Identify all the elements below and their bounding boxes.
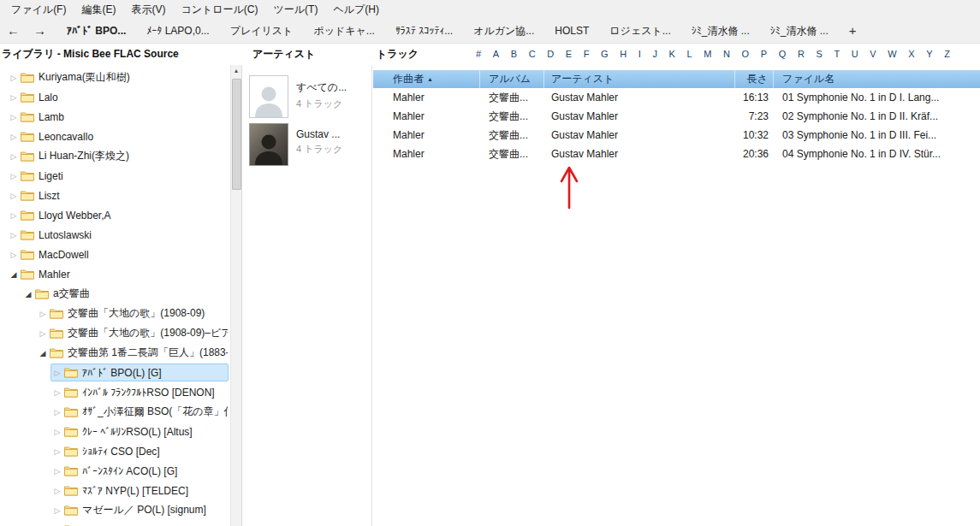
menu-item[interactable]: 編集(E) (74, 0, 123, 19)
alphabet-jump-letter[interactable]: L (687, 44, 692, 65)
tree-row-inner[interactable]: ▷ ｱﾊﾞﾄﾞ BPO(L) [G] (50, 363, 229, 381)
tree-row[interactable]: ▷ ｼｮﾙﾃｨ CSO [Dec] (0, 441, 230, 461)
tree-expander-icon[interactable]: ▷ (8, 152, 20, 161)
artist-panel-header[interactable]: アーティスト (252, 44, 315, 65)
track-row[interactable]: Mahler 交響曲... Gustav Mahler 16:13 01 Sym… (373, 88, 980, 107)
column-header-artist[interactable]: アーティスト (544, 70, 735, 88)
artist-item[interactable]: すべての... 4 トラック (242, 75, 371, 123)
tree-row-inner[interactable]: ▷ Ligeti (7, 167, 229, 185)
tab[interactable]: ｼﾐ_清水脩 ... (681, 19, 760, 43)
tree-row[interactable]: ▷ Lamb (0, 107, 230, 127)
tree-expander-icon[interactable]: ▷ (37, 329, 49, 338)
alphabet-jump-letter[interactable]: D (547, 44, 554, 65)
tree-row[interactable]: ▷ Kuriyama(栗山和樹) (0, 68, 230, 87)
tree-row[interactable]: ▷ Li Huan-Zhi(李煥之) (0, 146, 230, 166)
track-row[interactable]: Mahler 交響曲... Gustav Mahler 20:36 04 Sym… (373, 145, 980, 163)
tree-expander-icon[interactable]: ▷ (8, 172, 20, 180)
tree-expander-icon[interactable]: ▷ (51, 428, 63, 436)
tree-row[interactable]: ▷ ｲﾝﾊﾞﾙ ﾌﾗﾝｸﾌﾙﾄRSO [DENON] (0, 382, 230, 402)
back-arrow-icon[interactable]: ← (7, 19, 20, 43)
tree-expander-icon[interactable]: ◢ (8, 270, 20, 279)
tree-row-inner[interactable]: ▷ Liszt (7, 186, 229, 204)
alphabet-jump-letter[interactable]: J (652, 44, 657, 65)
tree-row-inner[interactable]: ▷ Lloyd Webber,A (7, 206, 229, 224)
tree-row-inner[interactable]: ◢ 交響曲第 1番二長調「巨人」(1883-8 (36, 344, 229, 362)
tree-row[interactable]: ▷ ｸﾚｰ ﾍﾞﾙﾘﾝRSO(L) [Altus] (0, 422, 230, 441)
tab[interactable]: ｱﾊﾞﾄﾞ BPO... (56, 19, 136, 43)
new-tab-button[interactable]: + (839, 19, 867, 43)
library-source-selector[interactable]: ライブラリ - Misic Bee FLAC Source (2, 44, 179, 65)
tree-expander-icon[interactable]: ◢ (37, 349, 49, 358)
tree-row-inner[interactable]: ▷ Kuriyama(栗山和樹) (7, 68, 229, 86)
track-panel-header[interactable]: トラック (377, 44, 419, 65)
alphabet-jump-letter[interactable]: Q (779, 44, 787, 65)
alphabet-jump-letter[interactable]: X (908, 44, 914, 65)
tree-row-inner[interactable]: ▷ マゼール／ PO(L) [signum] (50, 501, 229, 519)
tab[interactable]: ﾒｰﾀ LAPO,0... (136, 19, 219, 43)
tree-row-inner[interactable]: ▷ ｸﾚｰ ﾍﾞﾙﾘﾝRSO(L) [Altus] (50, 423, 229, 440)
tree-expander-icon[interactable]: ▷ (51, 388, 63, 397)
alphabet-jump-letter[interactable]: E (566, 44, 572, 65)
tree-row[interactable]: ▷ マゼール／ PO(L) [signum] (0, 500, 230, 520)
tree-expander-icon[interactable]: ▷ (8, 192, 20, 200)
tree-row[interactable]: ▷ Lutoslawski (0, 225, 230, 245)
tree-expander-icon[interactable]: ▷ (8, 251, 20, 259)
tree-row-inner[interactable]: ▷ 交響曲「大地の歌」(1908-09) (36, 304, 229, 322)
tree-row[interactable]: ◢ a交響曲 (0, 284, 230, 304)
tree-row[interactable]: ▷ Ligeti (0, 166, 230, 186)
tree-expander-icon[interactable]: ▷ (8, 133, 20, 141)
tree-row-inner[interactable]: ▷ ﾏｽﾞｱ NYP(L) [TELDEC] (50, 482, 229, 499)
menu-item[interactable]: ファイル(F) (3, 0, 74, 19)
alphabet-jump-letter[interactable]: O (742, 44, 750, 65)
tree-row-inner[interactable]: ▷ ｲﾝﾊﾞﾙ ﾌﾗﾝｸﾌﾙﾄRSO [DENON] (50, 383, 229, 401)
column-header-composer[interactable]: 作曲者▲ (373, 70, 480, 88)
alphabet-jump-letter[interactable]: V (870, 44, 876, 65)
tree-row-inner[interactable]: ▷ (50, 521, 229, 526)
tree-row-inner[interactable]: ▷ MacDowell (7, 245, 229, 263)
tree-expander-icon[interactable]: ▷ (51, 408, 63, 417)
alphabet-jump-letter[interactable]: U (852, 44, 858, 65)
tab[interactable]: ｼﾐ_清水脩 ... (760, 19, 839, 43)
tree-expander-icon[interactable]: ▷ (8, 113, 20, 121)
alphabet-jump-letter[interactable]: N (723, 44, 730, 65)
alphabet-jump-letter[interactable]: S (816, 44, 822, 65)
tree-row-inner[interactable]: ▷ Lutoslawski (7, 226, 229, 244)
alphabet-jump-letter[interactable]: P (761, 44, 767, 65)
tree-expander-icon[interactable]: ▷ (8, 93, 20, 102)
tree-row[interactable]: ▷ 交響曲「大地の歌」(1908-09)–ピア (0, 323, 230, 343)
alphabet-jump-letter[interactable]: I (638, 44, 641, 65)
tree-row[interactable]: ▷ Lalo (0, 87, 230, 107)
tree-row[interactable]: ▷ (0, 520, 230, 526)
tree-row[interactable]: ▷ ﾏｽﾞｱ NYP(L) [TELDEC] (0, 481, 230, 500)
tree-row[interactable]: ▷ Liszt (0, 186, 230, 205)
scrollbar-up-icon[interactable]: ▲ (231, 65, 241, 77)
tree-expander-icon[interactable]: ▷ (51, 447, 63, 456)
menu-item[interactable]: ツール(T) (266, 0, 326, 19)
tab[interactable]: プレイリスト (220, 19, 304, 43)
tree-expander-icon[interactable]: ▷ (51, 506, 63, 515)
alphabet-jump-letter[interactable]: R (798, 44, 805, 65)
tree-expander-icon[interactable]: ◢ (22, 290, 34, 298)
column-header-length[interactable]: 長さ (735, 70, 774, 88)
tree-row-inner[interactable]: ▷ ｼｮﾙﾃｨ CSO [Dec] (50, 442, 229, 460)
tree-row-inner[interactable]: ▷ Li Huan-Zhi(李煥之) (7, 147, 229, 165)
tree-row-inner[interactable]: ▷ ﾊﾞｰﾝｽﾀｲﾝ ACO(L) [G] (50, 462, 229, 480)
tree-row[interactable]: ▷ Leoncavallo (0, 127, 230, 146)
tree-row[interactable]: ▷ ｵｻﾞ_小澤征爾 BSO(「花の章」付き) (0, 402, 230, 422)
alphabet-jump-letter[interactable]: K (669, 44, 675, 65)
track-row[interactable]: Mahler 交響曲... Gustav Mahler 7:23 02 Symp… (373, 107, 980, 126)
artist-item[interactable]: Gustav ... 4 トラック (242, 123, 371, 171)
alphabet-jump-letter[interactable]: H (620, 44, 627, 65)
alphabet-jump-letter[interactable]: F (584, 44, 590, 65)
alphabet-jump-letter[interactable]: M (704, 44, 711, 65)
alphabet-jump-letter[interactable]: W (888, 44, 896, 65)
alphabet-jump-letter[interactable]: G (601, 44, 609, 65)
track-row[interactable]: Mahler 交響曲... Gustav Mahler 10:32 03 Sym… (373, 126, 980, 145)
tab[interactable]: ロジェスト... (599, 19, 680, 43)
tree-row[interactable]: ▷ MacDowell (0, 245, 230, 264)
alphabet-jump-letter[interactable]: Z (944, 44, 950, 65)
tab[interactable]: オルガン協... (463, 19, 544, 43)
tree-row-inner[interactable]: ▷ Leoncavallo (7, 127, 229, 145)
column-header-album[interactable]: アルバム (480, 70, 544, 88)
alphabet-jump-letter[interactable]: A (493, 44, 499, 65)
